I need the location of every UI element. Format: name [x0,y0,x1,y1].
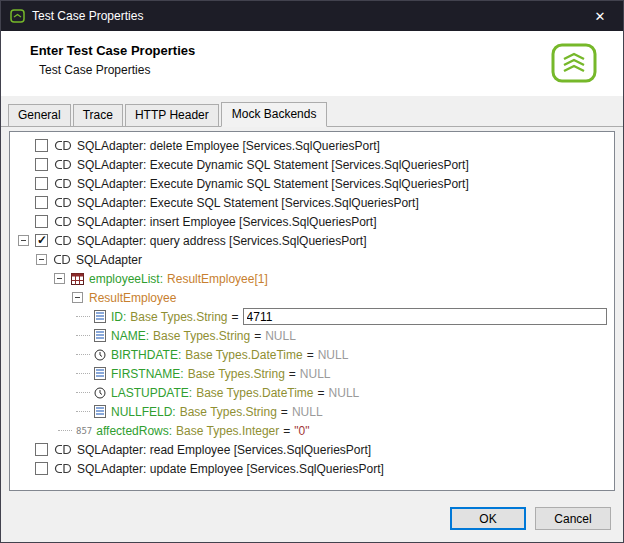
tree-connector [76,316,90,317]
tree-row-field-birthdate[interactable]: BIRTHDATE: Base Types.DateTime = NULL [10,345,614,364]
tree-connector [58,430,72,431]
row-label: SQLAdapter: insert Employee [Services.Sq… [77,215,376,229]
equals-sign: = [318,386,325,400]
tree-row-employee-list[interactable]: employeeList: ResultEmployee[1] [10,269,614,288]
row-label: SQLAdapter: Execute Dynamic SQL Statemen… [77,158,469,172]
operation-icon [54,159,72,170]
row-label: SQLAdapter: update Employee [Services.Sq… [77,462,384,476]
cancel-button[interactable]: Cancel [535,507,611,530]
mock-backends-tree[interactable]: SQLAdapter: delete Employee [Services.Sq… [9,131,615,491]
tree-row-field-nullfeld[interactable]: NULLFELD: Base Types.String = NULL [10,402,614,421]
param-name: employeeList: [89,272,163,286]
equals-sign: = [232,310,239,324]
field-icon [94,310,106,323]
tree-row-field-name[interactable]: NAME: Base Types.String = NULL [10,326,614,345]
tab-http-header[interactable]: HTTP Header [125,104,219,126]
window-title: Test Case Properties [32,9,143,23]
tree-row-field-lastupdate[interactable]: LASTUPDATE: Base Types.DateTime = NULL [10,383,614,402]
tree-row-sqladapter[interactable]: SQLAdapter [10,250,614,269]
dialog-header: Enter Test Case Properties Test Case Pro… [1,31,623,96]
equals-sign: = [283,424,290,438]
checkbox-checked[interactable] [35,234,48,247]
header-text: Enter Test Case Properties Test Case Pro… [30,43,195,83]
tree-row-query-address[interactable]: SQLAdapter: query address [Services.SqlQ… [10,231,614,250]
field-type: Base Types.String [180,405,277,419]
row-label: SQLAdapter: Execute Dynamic SQL Statemen… [77,177,469,191]
field-value: NULL [300,367,331,381]
tab-mock-backends[interactable]: Mock Backends [221,102,328,127]
tree-row-read-employee[interactable]: SQLAdapter: read Employee [Services.SqlQ… [10,440,614,459]
clock-icon [94,387,106,399]
field-icon [94,405,106,418]
integer-icon: 857 [76,426,92,436]
row-label: SQLAdapter [76,253,142,267]
page-subtitle: Test Case Properties [39,63,195,77]
title-bar: Test Case Properties ✕ [1,1,623,31]
page-title: Enter Test Case Properties [30,43,195,58]
tree-row-execute-dynamic-sql-1[interactable]: SQLAdapter: Execute Dynamic SQL Statemen… [10,155,614,174]
operation-icon [53,254,71,265]
equals-sign: = [254,329,261,343]
checkbox[interactable] [35,158,48,171]
table-icon [71,273,84,285]
tab-page-mock-backends: SQLAdapter: delete Employee [Services.Sq… [1,127,623,498]
tree-connector [76,335,90,336]
field-name: LASTUPDATE: [111,386,192,400]
field-name: BIRTHDATE: [111,348,181,362]
collapse-toggle-icon[interactable] [54,273,65,284]
app-icon [10,9,25,23]
checkbox[interactable] [35,215,48,228]
ok-button[interactable]: OK [450,507,526,530]
operation-icon [54,178,72,189]
tree-row-execute-dynamic-sql-2[interactable]: SQLAdapter: Execute Dynamic SQL Statemen… [10,174,614,193]
tree-row-result-employee[interactable]: ResultEmployee [10,288,614,307]
operation-icon [54,444,72,455]
tree-connector [76,392,90,393]
field-value: NULL [329,386,360,400]
field-name: affectedRows: [96,424,172,438]
row-label: SQLAdapter: Execute SQL Statement [Servi… [77,196,419,210]
field-type: Base Types.String [188,367,285,381]
field-name: NULLFELD: [111,405,176,419]
tab-trace[interactable]: Trace [73,104,123,126]
checkbox[interactable] [35,462,48,475]
tree-row-affected-rows[interactable]: 857 affectedRows: Base Types.Integer = "… [10,421,614,440]
tab-general[interactable]: General [8,104,71,126]
row-label: ResultEmployee [89,291,176,305]
operation-icon [54,235,72,246]
tree-connector [76,411,90,412]
collapse-toggle-icon[interactable] [36,254,47,265]
tree-row-execute-sql[interactable]: SQLAdapter: Execute SQL Statement [Servi… [10,193,614,212]
field-type: Base Types.String [130,310,227,324]
id-value-input[interactable] [243,308,607,325]
tab-bar: General Trace HTTP Header Mock Backends [1,96,623,127]
field-name: ID: [111,310,126,324]
equals-sign: = [281,405,288,419]
tree-row-update-employee[interactable]: SQLAdapter: update Employee [Services.Sq… [10,459,614,478]
collapse-toggle-icon[interactable] [72,292,83,303]
field-type: Base Types.DateTime [185,348,302,362]
operation-icon [54,140,72,151]
collapse-toggle-icon[interactable] [18,235,29,246]
tree-row-field-firstname[interactable]: FIRSTNAME: Base Types.String = NULL [10,364,614,383]
operation-icon [54,197,72,208]
param-value: ResultEmployee[1] [167,272,268,286]
field-value: "0" [294,424,309,438]
checkbox[interactable] [35,139,48,152]
test-case-properties-dialog: Test Case Properties ✕ Enter Test Case P… [0,0,624,543]
field-name: FIRSTNAME: [111,367,184,381]
field-type: Base Types.String [153,329,250,343]
tree-row-insert-employee[interactable]: SQLAdapter: insert Employee [Services.Sq… [10,212,614,231]
close-button[interactable]: ✕ [577,1,623,31]
row-label: SQLAdapter: delete Employee [Services.Sq… [77,139,380,153]
tree-row-field-id[interactable]: ID: Base Types.String = [10,307,614,326]
clock-icon [94,349,106,361]
tree-row-delete-employee[interactable]: SQLAdapter: delete Employee [Services.Sq… [10,136,614,155]
checkbox[interactable] [35,196,48,209]
field-value: NULL [265,329,296,343]
operation-icon [54,463,72,474]
field-type: Base Types.DateTime [196,386,313,400]
checkbox[interactable] [35,443,48,456]
checkbox[interactable] [35,177,48,190]
field-name: NAME: [111,329,149,343]
